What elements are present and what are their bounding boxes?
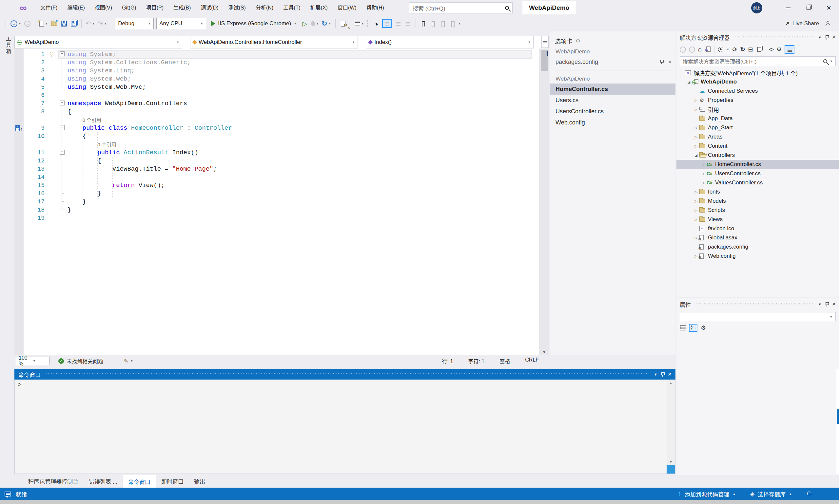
navigate-back-button[interactable]: ←▼ [9,17,23,30]
find-in-files-button[interactable] [338,17,348,30]
command-input-area[interactable]: > [14,380,676,474]
hot-reload-button[interactable]: ▼ [310,17,320,30]
document-tab[interactable]: UsersController.cs [549,106,676,117]
intellitrace-events-button[interactable] [381,17,393,30]
account-avatar[interactable]: 剑上 [751,2,762,14]
code-cleanup-dropdown[interactable]: ▼ [130,359,133,362]
tool-window-tab[interactable]: 命令窗口 [123,475,156,488]
gutter-cell[interactable] [14,116,23,124]
tree-expander-icon[interactable]: ▷ [693,208,699,213]
gutter-cell[interactable] [14,67,23,75]
redo-button[interactable]: ↷▼ [97,17,108,30]
menu-item[interactable]: 帮助(H) [362,0,389,16]
tree-item-fonts[interactable]: ▷fonts [677,187,839,197]
gutter-cell[interactable] [14,214,23,222]
save-button[interactable] [59,17,69,30]
gutter-cell[interactable] [14,181,23,190]
gutter-cell[interactable] [14,198,23,206]
document-health-indicator[interactable]: ✓未找到相关问题 [58,357,103,365]
tree-item-Web.config[interactable]: ▷⚙Web.config [677,252,839,261]
tree-item-Properties[interactable]: ▷⚙Properties [677,96,839,105]
save-all-button[interactable] [69,17,78,30]
selection-pointer-button[interactable]: ▲ [371,17,381,30]
tree-expander-icon[interactable]: ▷ [693,199,699,203]
zoom-level-select[interactable]: 100 %▼ [16,357,50,365]
clear-bookmarks-button[interactable] [448,17,458,30]
line-indicator[interactable]: 行: 1 [442,357,453,365]
gutter-cell[interactable] [14,132,23,141]
tree-item-packages.config[interactable]: ⚙packages.config [677,242,839,252]
feedback-icon[interactable] [5,491,11,497]
gutter-cell[interactable] [14,149,23,157]
properties-object-select[interactable]: ▼ [680,312,836,321]
gutter-cell[interactable] [14,141,23,149]
menu-item[interactable]: 视图(V) [90,0,117,16]
quick-search-input[interactable]: 搜索 (Ctrl+Q) [409,2,512,14]
menu-item[interactable]: 窗口(W) [333,0,362,16]
gutter-cell[interactable] [14,83,23,91]
code-editor[interactable]: 1−using System;2using System.Collections… [14,49,539,355]
fold-collapse-toggle[interactable]: − [58,149,66,157]
redo-dropdown[interactable]: ▼ [104,22,107,25]
gutter-cell[interactable]: IO↑ [14,124,23,132]
codelens-references-link[interactable]: 0 个引用 [66,116,101,124]
menu-item[interactable]: Git(G) [117,0,141,16]
attach-to-process-button[interactable]: ▼ [354,17,365,30]
tree-item-ConnectedServices[interactable]: ☁Connected Services [677,87,839,96]
tool-window-tab[interactable]: 程序包管理器控制台 [23,475,84,488]
collapse-all-icon[interactable]: ⊟ [748,46,753,53]
back-dropdown[interactable]: ▼ [18,22,21,25]
menu-item[interactable]: 扩展(X) [305,0,333,16]
close-icon[interactable]: × [668,371,671,378]
column-indicator[interactable]: 字符: 1 [468,357,484,365]
document-tab[interactable]: packages.config× [549,56,676,68]
fold-collapse-toggle[interactable]: − [58,100,66,108]
toggle-bookmark-button[interactable] [419,17,429,30]
fold-collapse-toggle[interactable]: − [58,50,66,59]
pin-icon[interactable] [661,372,665,377]
show-all-files-icon[interactable] [757,47,761,52]
properties-wrench-icon[interactable]: ⚙ [776,46,782,53]
tool-window-tab[interactable]: 错误列表 ... [84,475,123,488]
tree-item-Controllers[interactable]: ◢Controllers [677,151,839,160]
forward-icon[interactable]: → [689,47,695,53]
menu-item[interactable]: 编辑(E) [62,0,89,16]
home-icon[interactable]: ⌂ [698,46,702,53]
switch-views-icon[interactable]: ∞ [705,47,711,52]
select-repository-button[interactable]: ◈ 选择存储库 ▲ [750,490,792,498]
live-share-button[interactable]: ↗Live Share [785,20,819,27]
menu-item[interactable]: 测试(S) [224,0,251,16]
toolbar-overflow[interactable]: ▼ [458,22,461,25]
tree-expander-icon[interactable]: ▷ [693,135,699,139]
tree-expander-icon[interactable]: ▷ [693,144,699,148]
menu-item[interactable]: 调试(D) [196,0,223,16]
quick-actions-lightbulb-icon[interactable] [50,52,53,55]
undo-button[interactable]: ↶▼ [84,17,97,30]
new-project-button[interactable]: ✶▼ [38,17,49,30]
refresh-icon[interactable]: ↻ [740,46,745,53]
tree-expander-icon[interactable]: ▷ [693,107,699,112]
increase-indent-button[interactable] [403,17,413,30]
tree-expander-icon[interactable]: ▷ [700,181,706,185]
previous-bookmark-button[interactable] [429,17,438,30]
pending-changes-filter-icon[interactable] [718,47,723,52]
close-icon[interactable]: × [832,301,836,308]
close-tab-icon[interactable]: × [668,59,671,65]
solution-configuration-select[interactable]: Debug▼ [115,18,154,29]
project-dropdown[interactable]: WebApiDemo ▼ [14,36,182,49]
solution-explorer-header[interactable]: 解决方案资源管理器 ▼ × [677,32,839,43]
tree-item-HomeController.cs[interactable]: ▷C#HomeController.cs [677,160,839,169]
eol-indicator[interactable]: CRLF [525,357,539,365]
start-without-debugging-button[interactable]: ▷ [300,17,310,30]
gutter-cell[interactable] [14,165,23,173]
pin-icon[interactable] [825,302,829,307]
search-options-dropdown[interactable]: ▼ [830,59,833,63]
tool-window-tab[interactable]: 即时窗口 [156,475,189,488]
open-file-button[interactable]: ↗ [49,17,59,30]
add-to-source-control-button[interactable]: ↑ 添加到源代码管理 ▲ [678,490,736,498]
attach-dropdown[interactable]: ▼ [361,22,364,25]
tool-window-tab[interactable]: 输出 [189,475,210,488]
document-tab[interactable]: Users.cs [549,95,676,106]
tree-item-WebApiDemo11[interactable]: ∞解决方案“WebApiDemo”(1 个项目/共 1 个) [677,68,839,77]
tree-expander-icon[interactable]: ▷ [693,190,699,194]
